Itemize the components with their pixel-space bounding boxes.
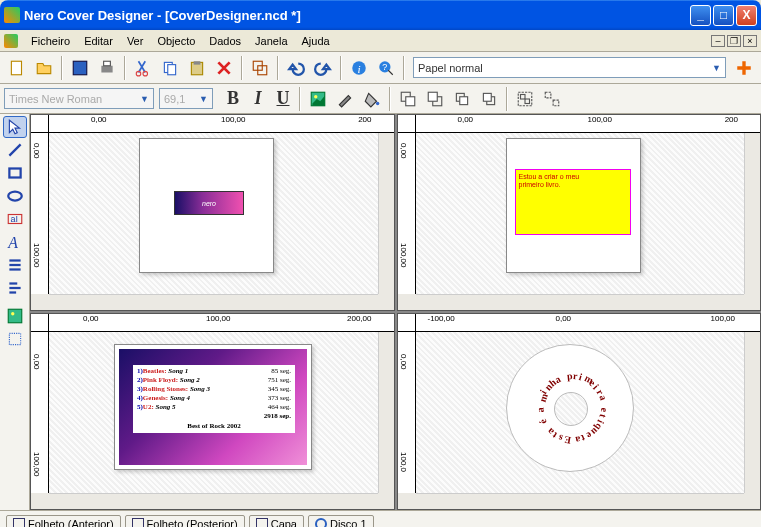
tracklist-tool[interactable] bbox=[3, 254, 27, 276]
duplicate-button[interactable] bbox=[247, 55, 273, 81]
maximize-button[interactable]: □ bbox=[713, 5, 734, 26]
paste-button[interactable] bbox=[184, 55, 210, 81]
backward-button[interactable] bbox=[476, 86, 502, 112]
menu-ficheiro[interactable]: Ficheiro bbox=[24, 33, 77, 49]
curved-text[interactable]: Esta é a minha primeira etiqueta bbox=[507, 345, 633, 471]
svg-text:aI: aI bbox=[10, 214, 18, 224]
send-back-button[interactable] bbox=[422, 86, 448, 112]
font-name: Times New Roman bbox=[9, 93, 102, 105]
fill-tool-button[interactable] bbox=[359, 86, 385, 112]
underline-button[interactable]: U bbox=[271, 87, 295, 111]
chevron-down-icon: ▼ bbox=[140, 94, 149, 104]
scrollbar-vertical[interactable] bbox=[378, 332, 394, 493]
pane-inlay[interactable]: 0,00 100,00 200,00 0,00 100,00 1)Beatles… bbox=[30, 313, 395, 510]
info-button[interactable]: i bbox=[346, 55, 372, 81]
paper-combo[interactable]: Papel normal ▼ bbox=[413, 57, 726, 78]
tab-folheto-posterior[interactable]: Folheto (Posterior) bbox=[125, 515, 245, 528]
forward-button[interactable] bbox=[449, 86, 475, 112]
font-combo[interactable]: Times New Roman ▼ bbox=[4, 88, 154, 109]
svg-text:?: ? bbox=[382, 62, 387, 72]
menu-objecto[interactable]: Objecto bbox=[150, 33, 202, 49]
bring-front-button[interactable] bbox=[395, 86, 421, 112]
print-button[interactable] bbox=[94, 55, 120, 81]
chevron-down-icon: ▼ bbox=[712, 63, 721, 73]
font-size-combo[interactable]: 69,1 ▼ bbox=[159, 88, 213, 109]
svg-point-34 bbox=[8, 192, 22, 201]
grid-tool[interactable] bbox=[3, 328, 27, 350]
child-minimize-button[interactable]: – bbox=[711, 35, 725, 47]
svg-rect-9 bbox=[194, 61, 201, 64]
doc-name: [CoverDesigner.ncd *] bbox=[165, 8, 301, 23]
rect-tool[interactable] bbox=[3, 162, 27, 184]
pointer-tool[interactable] bbox=[3, 116, 27, 138]
line-tool[interactable] bbox=[3, 139, 27, 161]
image-tool-button[interactable] bbox=[305, 86, 331, 112]
bold-button[interactable]: B bbox=[221, 87, 245, 111]
save-button[interactable] bbox=[67, 55, 93, 81]
tab-folheto-anterior[interactable]: Folheto (Anterior) bbox=[6, 515, 121, 528]
italic-button[interactable]: I bbox=[246, 87, 270, 111]
undo-button[interactable] bbox=[283, 55, 309, 81]
scrollbar-horizontal[interactable] bbox=[416, 493, 745, 509]
scrollbar-horizontal[interactable] bbox=[49, 493, 378, 509]
scrollbar-vertical[interactable] bbox=[744, 133, 760, 294]
scrollbar-vertical[interactable] bbox=[378, 133, 394, 294]
close-button[interactable]: X bbox=[736, 5, 757, 26]
new-button[interactable] bbox=[4, 55, 30, 81]
menubar: Ficheiro Editar Ver Objecto Dados Janela… bbox=[0, 30, 761, 52]
ungroup-button[interactable] bbox=[539, 86, 565, 112]
copy-button[interactable] bbox=[157, 55, 183, 81]
scrollbar-horizontal[interactable] bbox=[49, 294, 378, 310]
titlebar: Nero Cover Designer - [CoverDesigner.ncd… bbox=[0, 0, 761, 30]
pane-front-booklet[interactable]: 0,00 100,00 200 0,00 100,00 nero bbox=[30, 114, 395, 311]
group-button[interactable] bbox=[512, 86, 538, 112]
ellipse-tool[interactable] bbox=[3, 185, 27, 207]
child-close-button[interactable]: × bbox=[743, 35, 757, 47]
svg-rect-30 bbox=[545, 92, 551, 98]
tracklist[interactable]: 1)Beatles: Song 185 seg.2)Pink Floyd: So… bbox=[133, 365, 295, 433]
menu-janela[interactable]: Janela bbox=[248, 33, 294, 49]
text-box[interactable]: Estou a criar o meu primeiro livro. bbox=[515, 169, 631, 235]
menu-ver[interactable]: Ver bbox=[120, 33, 151, 49]
scrollbar-vertical[interactable] bbox=[744, 332, 760, 493]
svg-point-18 bbox=[376, 101, 379, 104]
tab-disco1[interactable]: Disco 1 bbox=[308, 515, 374, 528]
add-paper-button[interactable] bbox=[731, 55, 757, 81]
svg-text:i: i bbox=[357, 62, 360, 74]
ruler-horizontal: 0,00 100,00 200,00 bbox=[31, 314, 394, 332]
paper-label: Papel normal bbox=[418, 62, 483, 74]
menu-ajuda[interactable]: Ajuda bbox=[295, 33, 337, 49]
textbox-tool[interactable]: aI bbox=[3, 208, 27, 230]
pane-disc[interactable]: -100,00 0,00 100,00 0,00 100,0 Esta é a … bbox=[397, 313, 762, 510]
artistic-text-tool[interactable]: A bbox=[3, 231, 27, 253]
menu-editar[interactable]: Editar bbox=[77, 33, 120, 49]
redo-button[interactable] bbox=[310, 55, 336, 81]
svg-rect-33 bbox=[9, 169, 20, 178]
scrollbar-horizontal[interactable] bbox=[416, 294, 745, 310]
cut-button[interactable] bbox=[130, 55, 156, 81]
help-button[interactable]: ? bbox=[373, 55, 399, 81]
svg-rect-0 bbox=[11, 61, 21, 75]
svg-rect-26 bbox=[483, 93, 491, 101]
inserted-image[interactable]: nero bbox=[174, 191, 244, 215]
ruler-horizontal: -100,00 0,00 100,00 bbox=[398, 314, 761, 332]
app-icon bbox=[4, 7, 20, 23]
delete-button[interactable] bbox=[211, 55, 237, 81]
svg-rect-22 bbox=[428, 92, 437, 101]
pane-back-booklet[interactable]: 0,00 100,00 200 0,00 100,00 Estou a cria… bbox=[397, 114, 762, 311]
menu-dados[interactable]: Dados bbox=[202, 33, 248, 49]
workspace: 0,00 100,00 200 0,00 100,00 nero bbox=[30, 114, 761, 510]
open-button[interactable] bbox=[31, 55, 57, 81]
ruler-vertical: 0,00 100,00 bbox=[31, 332, 49, 493]
minimize-button[interactable]: _ bbox=[690, 5, 711, 26]
insert-image-tool[interactable] bbox=[3, 305, 27, 327]
ruler-vertical: 0,00 100,00 bbox=[31, 133, 49, 294]
tab-capa[interactable]: Capa bbox=[249, 515, 304, 528]
svg-rect-24 bbox=[460, 96, 468, 104]
pen-tool-button[interactable] bbox=[332, 86, 358, 112]
field-tool[interactable] bbox=[3, 277, 27, 299]
disc-shape[interactable]: Esta é a minha primeira etiqueta bbox=[506, 344, 634, 472]
child-restore-button[interactable]: ❐ bbox=[727, 35, 741, 47]
app-name: Nero Cover Designer bbox=[24, 8, 153, 23]
document-icon[interactable] bbox=[4, 34, 18, 48]
